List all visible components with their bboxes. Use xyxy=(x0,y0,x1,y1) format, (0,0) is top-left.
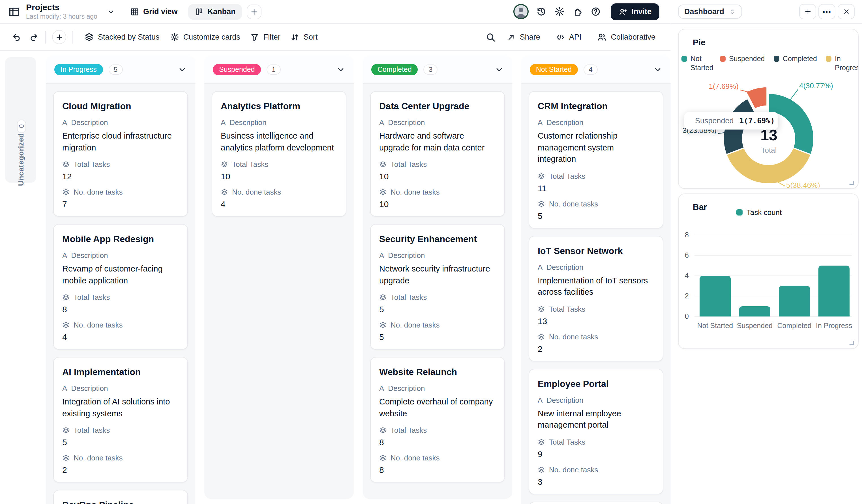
kanban-card[interactable]: Data Center UpgradeADescriptionHardware … xyxy=(370,91,505,217)
card-field-label: Total Tasks xyxy=(379,426,496,435)
field-label-text: Total Tasks xyxy=(232,160,268,169)
filter-button[interactable]: Filter xyxy=(245,29,286,45)
resize-handle-icon[interactable] xyxy=(848,179,854,186)
chevron-down-icon[interactable] xyxy=(336,65,345,74)
kanban-card[interactable]: DevOps PipelineADescription xyxy=(53,490,188,504)
view-title-block[interactable]: Projects Last modify: 3 hours ago xyxy=(26,3,97,21)
tooltip-name: Suspended xyxy=(695,117,734,125)
panel-more-button[interactable]: ••• xyxy=(819,4,835,19)
pie-tooltip: Suspended 1(7.69%) xyxy=(684,112,778,130)
kanban-card[interactable]: Analytics PlatformADescriptionBusiness i… xyxy=(212,91,347,217)
column-header[interactable]: Completed3 xyxy=(363,55,512,84)
panel-close-button[interactable] xyxy=(838,4,854,19)
kanban-card[interactable]: Cloud MigrationADescriptionEnterprise cl… xyxy=(53,91,188,217)
add-record-button[interactable] xyxy=(52,30,66,44)
status-badge: In Progress xyxy=(54,64,103,75)
layers-icon xyxy=(62,161,70,168)
gear-icon[interactable] xyxy=(554,6,564,17)
column-header[interactable]: In Progress5 xyxy=(46,55,195,84)
search-icon[interactable] xyxy=(486,32,496,42)
stacked-by-button[interactable]: Stacked by Status xyxy=(79,29,165,45)
redo-icon[interactable] xyxy=(29,32,39,42)
toolbar: Stacked by Status Customize cards Filter… xyxy=(0,24,671,51)
dashboard-selector[interactable]: Dashboard xyxy=(678,4,742,19)
layers-icon xyxy=(379,454,387,462)
avatar[interactable] xyxy=(513,4,528,19)
column-collapse-button[interactable] xyxy=(336,65,345,74)
chevrons-up-down-icon xyxy=(729,8,735,15)
card-field-label: No. done tasks xyxy=(538,199,654,208)
kanban-card[interactable]: IoT Sensor NetworkADescriptionImplementa… xyxy=(528,236,663,361)
card-description: Network security infrastructure upgrade xyxy=(379,263,496,286)
card-field-label: No. done tasks xyxy=(379,321,496,330)
card-done-tasks: 7 xyxy=(62,199,179,209)
filter-label: Filter xyxy=(263,33,280,41)
bar-chart-card[interactable]: Bar Task count 02468Not StartedSuspended… xyxy=(678,194,859,349)
uncategorized-stack[interactable]: 0 Uncategorized xyxy=(5,57,36,183)
plus-icon xyxy=(250,8,258,15)
api-button[interactable]: API xyxy=(551,29,587,45)
help-icon[interactable] xyxy=(590,6,601,17)
pie-label-leader xyxy=(789,89,798,101)
bar[interactable] xyxy=(739,306,770,317)
share-button[interactable]: Share xyxy=(502,29,545,45)
kanban-card[interactable]: AI ImplementationADescriptionIntegration… xyxy=(53,357,188,483)
kanban-card[interactable]: Security EnhancementADescriptionNetwork … xyxy=(370,224,505,349)
column-header[interactable]: Not Started4 xyxy=(521,55,671,84)
column-collapse-button[interactable] xyxy=(495,65,504,74)
invite-button[interactable]: Invite xyxy=(611,3,659,20)
card-field-label: No. done tasks xyxy=(379,454,496,462)
legend-swatch xyxy=(826,56,832,62)
card-done-tasks: 2 xyxy=(62,465,179,475)
bar[interactable] xyxy=(779,286,810,317)
card-description: Revamp of customer-facing mobile applica… xyxy=(62,263,179,286)
kanban-card[interactable]: Mobile App RedesignADescriptionRevamp of… xyxy=(53,224,188,349)
card-field-label: No. done tasks xyxy=(62,188,179,196)
layers-icon xyxy=(221,161,228,168)
pie-data-label: 1(7.69%) xyxy=(709,82,739,91)
plugin-icon[interactable] xyxy=(572,6,583,17)
legend-item[interactable]: In Progress xyxy=(826,54,859,73)
kanban-card[interactable]: Employee PortalADescriptionNew internal … xyxy=(528,369,663,494)
kanban-card[interactable]: Website RelaunchADescriptionComplete ove… xyxy=(370,357,505,483)
column-collapse-button[interactable] xyxy=(178,65,187,74)
legend-item[interactable]: Suspended xyxy=(720,54,758,64)
legend-item[interactable]: Not Started xyxy=(681,54,720,73)
panel-add-button[interactable] xyxy=(799,4,816,19)
kanban-card[interactable]: API GatewayADescription xyxy=(528,502,663,504)
chevron-down-icon[interactable] xyxy=(178,65,187,74)
sort-button[interactable]: Sort xyxy=(286,29,323,45)
column-header[interactable]: Suspended1 xyxy=(204,55,354,84)
x-axis-label: In Progress xyxy=(816,321,852,330)
bar[interactable] xyxy=(819,266,850,317)
card-title: CRM Integration xyxy=(538,101,654,111)
chevron-down-icon[interactable] xyxy=(653,65,662,74)
tab-grid-view[interactable]: Grid view xyxy=(125,4,183,19)
y-axis-tick: 4 xyxy=(685,271,689,279)
plus-icon xyxy=(55,33,63,41)
column-collapse-button[interactable] xyxy=(653,65,662,74)
bar-legend: Task count xyxy=(736,208,782,217)
customize-cards-button[interactable]: Customize cards xyxy=(165,29,245,45)
column-count: 4 xyxy=(584,64,597,75)
legend-label: Not Started xyxy=(691,54,720,73)
card-total-tasks: 8 xyxy=(62,305,179,314)
api-label: API xyxy=(569,33,582,41)
collaborative-button[interactable]: Collaborative xyxy=(592,29,661,45)
resize-handle-icon[interactable] xyxy=(848,340,854,346)
chevron-down-icon[interactable] xyxy=(106,7,116,16)
tab-kanban[interactable]: Kanban xyxy=(188,4,242,19)
status-badge: Suspended xyxy=(213,64,261,75)
add-view-button[interactable] xyxy=(247,4,261,19)
legend-label: Task count xyxy=(746,208,782,217)
layers-icon xyxy=(62,321,70,329)
legend-item[interactable]: Completed xyxy=(774,54,812,64)
undo-icon[interactable] xyxy=(11,32,22,42)
kanban-card[interactable]: CRM IntegrationADescriptionCustomer rela… xyxy=(528,91,663,228)
pie-chart-card[interactable]: Pie Not StartedSuspendedCompletedIn Prog… xyxy=(678,29,859,189)
arrow-up-right-icon xyxy=(507,32,516,42)
history-icon[interactable] xyxy=(536,6,547,17)
chevron-down-icon[interactable] xyxy=(495,65,504,74)
field-label-text: Total Tasks xyxy=(391,160,427,169)
bar[interactable] xyxy=(700,276,731,317)
